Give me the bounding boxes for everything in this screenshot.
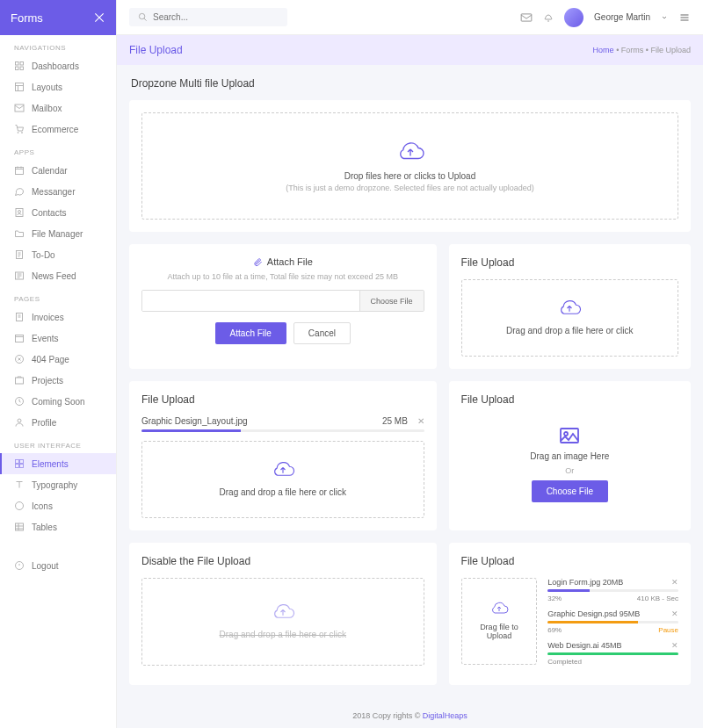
sidebar-item-typography[interactable]: Typography bbox=[0, 474, 116, 495]
svg-rect-4 bbox=[16, 83, 24, 91]
cloud-upload-icon bbox=[270, 602, 296, 623]
bell-icon[interactable] bbox=[543, 11, 554, 24]
attach-file-button[interactable]: Attach File bbox=[215, 322, 286, 344]
search-input[interactable] bbox=[153, 12, 279, 22]
sidebar-item-coming-soon[interactable]: Coming Soon bbox=[0, 391, 116, 412]
dropzone-text: Drag file to Upload bbox=[469, 623, 530, 640]
sidebar-item-label: Profile bbox=[32, 418, 56, 428]
close-icon[interactable]: ✕ bbox=[417, 416, 424, 426]
sidebar-item-logout[interactable]: Logout bbox=[0, 555, 116, 576]
upload-status: Pause bbox=[658, 626, 678, 634]
chevron-down-icon[interactable] bbox=[661, 14, 668, 21]
todo-icon bbox=[14, 249, 25, 260]
sidebar-item-tables[interactable]: Tables bbox=[0, 516, 116, 537]
sidebar-item-label: Dashboards bbox=[32, 61, 79, 71]
sidebar-item-contacts[interactable]: Contacts bbox=[0, 202, 116, 223]
elements-icon bbox=[14, 458, 25, 469]
sidebar-item-dashboards[interactable]: Dashboards bbox=[0, 55, 116, 76]
mail-icon[interactable] bbox=[520, 12, 533, 23]
layout-icon bbox=[14, 82, 25, 92]
sidebar-title: Forms bbox=[11, 11, 43, 25]
cloud-upload-icon bbox=[556, 298, 583, 319]
progress-bar bbox=[547, 589, 678, 592]
sidebar-item-layouts[interactable]: Layouts bbox=[0, 76, 116, 97]
search-box[interactable] bbox=[129, 8, 287, 26]
card-upload-simple: File Upload Drag and drop a file here or… bbox=[449, 244, 691, 369]
dropzone-progress[interactable]: Drag and drop a file here or click bbox=[141, 441, 424, 518]
svg-rect-9 bbox=[16, 209, 23, 217]
page-title: File Upload bbox=[129, 44, 183, 56]
sidebar-item-label: Icons bbox=[32, 501, 53, 511]
sidebar-item-events[interactable]: Events bbox=[0, 328, 116, 349]
404-icon bbox=[14, 354, 25, 364]
svg-rect-14 bbox=[16, 335, 24, 342]
sidebar-item-label: Messanger bbox=[32, 187, 75, 197]
svg-rect-21 bbox=[16, 465, 19, 468]
avatar[interactable] bbox=[564, 8, 583, 27]
profile-icon bbox=[14, 417, 25, 428]
dropzone-simple[interactable]: Drag and drop a file here or click bbox=[461, 279, 678, 357]
footer-link[interactable]: DigitalHeaps bbox=[423, 711, 467, 720]
sidebar-item-label: Tables bbox=[32, 523, 57, 532]
svg-rect-27 bbox=[521, 13, 532, 20]
file-size: 25 MB bbox=[382, 416, 408, 426]
upload-percent: Completed bbox=[547, 658, 582, 666]
dropzone-main[interactable]: Drop files here or clicks to Upload (Thi… bbox=[141, 112, 678, 220]
menu-icon[interactable] bbox=[678, 12, 691, 23]
svg-rect-0 bbox=[16, 62, 19, 66]
svg-rect-28 bbox=[561, 429, 578, 443]
card-upload-multi: File Upload Drag file to Upload Login Fo… bbox=[449, 543, 691, 685]
project-icon bbox=[14, 375, 25, 386]
dropzone-multi[interactable]: Drag file to Upload bbox=[461, 578, 538, 665]
sidebar-item-to-do[interactable]: To-Do bbox=[0, 244, 116, 265]
choose-file-button[interactable]: Choose File bbox=[359, 291, 424, 311]
svg-rect-2 bbox=[16, 67, 19, 70]
svg-rect-8 bbox=[16, 168, 24, 175]
sidebar-section-label: PAGES bbox=[0, 286, 116, 306]
breadcrumb-home[interactable]: Home bbox=[593, 46, 614, 54]
sidebar-item-icons[interactable]: Icons bbox=[0, 495, 116, 516]
card-upload-progress: File Upload Graphic Design_Layout.jpg 25… bbox=[129, 381, 437, 530]
sidebar-item-invoices[interactable]: Invoices bbox=[0, 306, 116, 328]
sidebar-item-messanger[interactable]: Messanger bbox=[0, 181, 116, 202]
attach-sub: Attach up to 10 file at a time, Total fi… bbox=[141, 272, 424, 281]
upload-file-name: Graphic Design.psd 95MB bbox=[547, 609, 640, 618]
dropzone-text: Drag and drop a file here or click bbox=[160, 630, 406, 639]
sidebar-item-label: Coming Soon bbox=[32, 397, 85, 407]
sidebar-item-elements[interactable]: Elements bbox=[0, 453, 116, 474]
close-icon[interactable]: ✕ bbox=[671, 609, 678, 618]
cloud-upload-icon bbox=[270, 459, 296, 480]
sidebar-item-calendar[interactable]: Calendar bbox=[0, 160, 116, 181]
paperclip-icon bbox=[253, 257, 263, 267]
svg-point-26 bbox=[139, 13, 144, 18]
cart-icon bbox=[14, 124, 25, 134]
close-icon[interactable]: ✕ bbox=[671, 578, 678, 587]
sidebar-item-profile[interactable]: Profile bbox=[0, 412, 116, 433]
svg-rect-22 bbox=[20, 465, 24, 468]
choose-file-button[interactable]: Choose File bbox=[532, 480, 608, 502]
svg-point-10 bbox=[18, 211, 21, 213]
settings-icon[interactable] bbox=[93, 11, 105, 24]
sidebar-item-label: Contacts bbox=[32, 208, 66, 218]
cancel-button[interactable]: Cancel bbox=[294, 322, 351, 344]
sidebar-item-news-feed[interactable]: News Feed bbox=[0, 265, 116, 286]
sidebar-item-404-page[interactable]: 404 Page bbox=[0, 349, 116, 370]
close-icon[interactable]: ✕ bbox=[671, 641, 678, 650]
dropzone-disabled: Drag and drop a file here or click bbox=[141, 578, 424, 666]
sidebar-item-label: 404 Page bbox=[32, 355, 69, 364]
sidebar-item-file-manager[interactable]: File Manager bbox=[0, 223, 116, 244]
sidebar-item-ecommerce[interactable]: Ecommerce bbox=[0, 119, 116, 140]
svg-rect-16 bbox=[16, 378, 24, 384]
progress-bar bbox=[141, 429, 424, 432]
sidebar-header: Forms bbox=[0, 0, 116, 35]
image-icon bbox=[559, 427, 580, 444]
cloud-upload-icon bbox=[489, 600, 510, 617]
page-header: File Upload Home • Forms • File Upload bbox=[117, 35, 703, 65]
sidebar-item-mailbox[interactable]: Mailbox bbox=[0, 97, 116, 119]
sidebar-item-projects[interactable]: Projects bbox=[0, 370, 116, 391]
typo-icon bbox=[14, 479, 25, 490]
file-path-input[interactable] bbox=[142, 291, 359, 311]
mail-icon bbox=[14, 103, 25, 113]
sidebar-section-label: APPS bbox=[0, 140, 116, 160]
card-upload-image: File Upload Drag an image Here Or Choose… bbox=[449, 381, 691, 530]
